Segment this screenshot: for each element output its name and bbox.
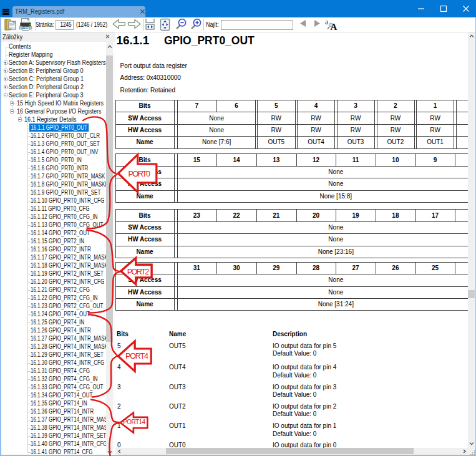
svg-text:PORT0: PORT0	[129, 170, 150, 178]
svg-text:PORT4: PORT4	[125, 352, 148, 361]
svg-text:PORT14: PORT14	[123, 419, 145, 425]
svg-text:PORT2: PORT2	[127, 268, 149, 276]
